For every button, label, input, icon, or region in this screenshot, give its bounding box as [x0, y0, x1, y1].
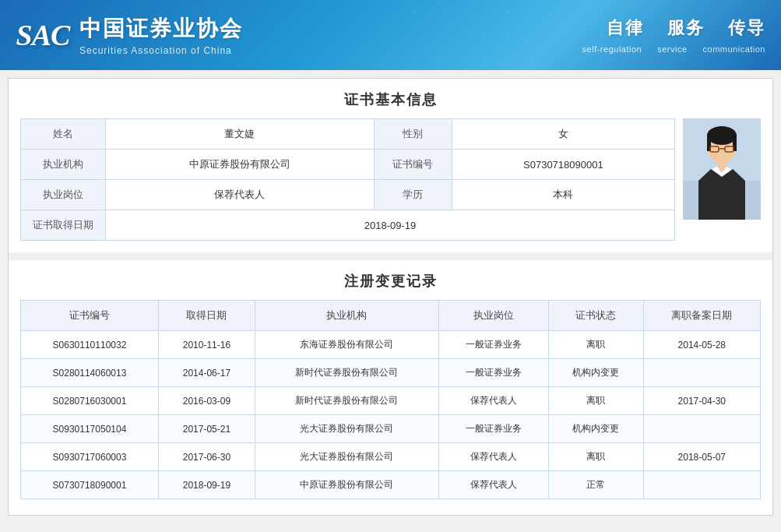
gender-label: 性别	[374, 119, 452, 150]
slogan-2: 服务	[667, 16, 705, 40]
photo-cell	[683, 118, 761, 241]
table-row: S09301170501042017-05-21光大证券股份有限公司一般证券业务…	[21, 415, 761, 443]
name-value: 董文婕	[106, 119, 375, 150]
sac-abbr: SAC	[16, 18, 70, 52]
records-table: 证书编号 取得日期 执业机构 执业岗位 证书状态 离职备案日期 S0630110…	[20, 300, 761, 499]
table-row: S09307170600032017-06-30光大证券股份有限公司保荐代表人离…	[21, 443, 761, 471]
col-leave-date: 离职备案日期	[643, 301, 760, 331]
col-org: 执业机构	[255, 301, 438, 331]
info-table-wrapper: 姓名 董文婕 性别 女 执业机构 中原证券股份有限公司 证书编号 S073071…	[9, 118, 772, 252]
sac-logo: SAC	[16, 8, 70, 62]
education-label: 学历	[374, 180, 452, 210]
person-photo	[683, 118, 761, 220]
slogan-en-1: self-regulation	[582, 44, 642, 54]
table-row: 执业机构 中原证券股份有限公司 证书编号 S0730718090001	[21, 150, 675, 180]
col-date: 取得日期	[158, 301, 255, 331]
table-row: S02801140600132014-06-17新时代证券股份有限公司一般证券业…	[21, 359, 761, 387]
main-content: 证书基本信息 姓名 董文婕 性别 女 执业机构 中原证券股份有限公司 证书编号 …	[8, 78, 773, 516]
section-divider	[9, 252, 772, 260]
slogan-1: 自律	[607, 16, 644, 40]
records-section: 注册变更记录 证书编号 取得日期 执业机构 执业岗位 证书状态 离职备案日期 S…	[9, 260, 772, 499]
logo-area: SAC 中国证券业协会 Securities Association of Ch…	[16, 8, 243, 62]
org-name-en: Securities Association of China	[79, 45, 243, 56]
slogan-en-3: communication	[703, 44, 765, 54]
table-row: 执业岗位 保荐代表人 学历 本科	[21, 180, 675, 210]
col-position: 执业岗位	[438, 301, 548, 331]
org-label: 执业机构	[21, 150, 106, 180]
cert-no-value: S0730718090001	[452, 150, 674, 180]
slogan-3: 传导	[728, 16, 765, 40]
table-row: S02807160300012016-03-09新时代证券股份有限公司保荐代表人…	[21, 387, 761, 415]
gender-value: 女	[452, 119, 674, 150]
cert-no-label: 证书编号	[374, 150, 452, 180]
education-value: 本科	[452, 180, 674, 210]
svg-point-3	[707, 126, 737, 145]
name-label: 姓名	[21, 119, 106, 150]
col-status: 证书状态	[548, 301, 643, 331]
header: SAC 中国证券业协会 Securities Association of Ch…	[0, 0, 781, 70]
position-value: 保荐代表人	[106, 180, 375, 210]
table-row: 姓名 董文婕 性别 女	[21, 119, 675, 150]
position-label: 执业岗位	[21, 180, 106, 210]
date-value: 2018-09-19	[106, 210, 675, 241]
table-row: 证书取得日期 2018-09-19	[21, 210, 675, 241]
slogan-en-2: service	[657, 44, 687, 54]
org-name-cn: 中国证券业协会	[79, 14, 243, 44]
date-label: 证书取得日期	[21, 210, 106, 241]
org-value: 中原证券股份有限公司	[106, 150, 375, 180]
header-slogan-en: self-regulation service communication	[582, 44, 765, 54]
records-section-title: 注册变更记录	[20, 260, 761, 300]
col-cert-no: 证书编号	[21, 301, 159, 331]
cert-section-title: 证书基本信息	[9, 79, 772, 118]
table-row: S07307180900012018-09-19中原证券股份有限公司保荐代表人正…	[21, 471, 761, 499]
info-table: 姓名 董文婕 性别 女 执业机构 中原证券股份有限公司 证书编号 S073071…	[20, 118, 675, 241]
header-right: 自律 服务 传导 self-regulation service communi…	[582, 16, 765, 54]
header-slogan: 自律 服务 传导	[607, 16, 765, 40]
org-name: 中国证券业协会 Securities Association of China	[79, 14, 243, 56]
table-header-row: 证书编号 取得日期 执业机构 执业岗位 证书状态 离职备案日期	[21, 301, 761, 331]
table-row: S06301101100322010-11-16东海证券股份有限公司一般证券业务…	[21, 331, 761, 359]
